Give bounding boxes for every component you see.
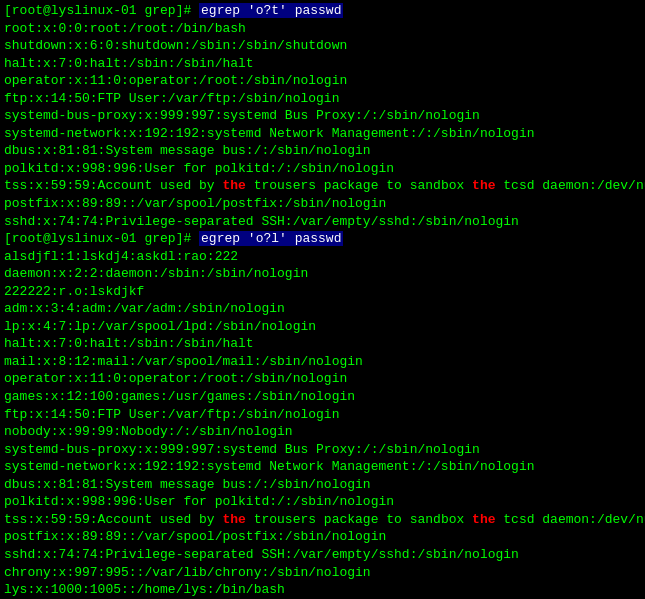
highlight-text: the (472, 512, 495, 527)
terminal-line: ftp:x:14:50:FTP User:/var/ftp:/sbin/nolo… (4, 406, 641, 424)
terminal-line: halt:x:7:0:halt:/sbin:/sbin/halt (4, 335, 641, 353)
terminal-line: systemd-network:x:192:192:systemd Networ… (4, 125, 641, 143)
terminal-line: mail:x:8:12:mail:/var/spool/mail:/sbin/n… (4, 353, 641, 371)
terminal-line: root:x:0:0:root:/root:/bin/bash (4, 20, 641, 38)
terminal-line: dbus:x:81:81:System message bus:/:/sbin/… (4, 142, 641, 160)
terminal-line: systemd-bus-proxy:x:999:997:systemd Bus … (4, 441, 641, 459)
highlight-text: the (472, 178, 495, 193)
terminal-line: halt:x:7:0:halt:/sbin:/sbin/halt (4, 55, 641, 73)
terminal-line: tss:x:59:59:Account used by the trousers… (4, 177, 641, 195)
line-text: tcsd daemon:/dev/null:/sbin/nologin (496, 178, 646, 193)
terminal-line: polkitd:x:998:996:User for polkitd:/:/sb… (4, 493, 641, 511)
terminal-line: adm:x:3:4:adm:/var/adm:/sbin/nologin (4, 300, 641, 318)
terminal-line: [root@lyslinux-01 grep]# egrep 'o?l' pas… (4, 230, 641, 248)
terminal-line: 222222:r.o:lskdjkf (4, 283, 641, 301)
terminal-line: shutdown:x:6:0:shutdown:/sbin:/sbin/shut… (4, 37, 641, 55)
terminal-line: polkitd:x:998:996:User for polkitd:/:/sb… (4, 160, 641, 178)
terminal-line: systemd-network:x:192:192:systemd Networ… (4, 458, 641, 476)
terminal-line: operator:x:11:0:operator:/root:/sbin/nol… (4, 370, 641, 388)
terminal-line: operator:x:11:0:operator:/root:/sbin/nol… (4, 72, 641, 90)
terminal-line: postfix:x:89:89::/var/spool/postfix:/sbi… (4, 195, 641, 213)
line-text: trousers package to sandbox (246, 512, 472, 527)
terminal-line: chrony:x:997:995::/var/lib/chrony:/sbin/… (4, 564, 641, 582)
highlight-text: the (222, 512, 245, 527)
terminal-line: daemon:x:2:2:daemon:/sbin:/sbin/nologin (4, 265, 641, 283)
command-input[interactable]: egrep 'o?l' passwd (199, 231, 343, 246)
prompt: [root@lyslinux-01 grep]# (4, 3, 199, 18)
terminal-line: games:x:12:100:games:/usr/games:/sbin/no… (4, 388, 641, 406)
terminal-line: lp:x:4:7:lp:/var/spool/lpd:/sbin/nologin (4, 318, 641, 336)
terminal-line: systemd-bus-proxy:x:999:997:systemd Bus … (4, 107, 641, 125)
line-text: tss:x:59:59:Account used by (4, 178, 222, 193)
line-text: trousers package to sandbox (246, 178, 472, 193)
terminal-line: sshd:x:74:74:Privilege-separated SSH:/va… (4, 213, 641, 231)
prompt: [root@lyslinux-01 grep]# (4, 231, 199, 246)
terminal-line: tss:x:59:59:Account used by the trousers… (4, 511, 641, 529)
terminal-line: [root@lyslinux-01 grep]# egrep 'o?t' pas… (4, 2, 641, 20)
terminal-line: lys:x:1000:1005::/home/lys:/bin/bash (4, 581, 641, 599)
line-text: tcsd daemon:/dev/null:/sbin/nologin (496, 512, 646, 527)
highlight-text: the (222, 178, 245, 193)
terminal-line: postfix:x:89:89::/var/spool/postfix:/sbi… (4, 528, 641, 546)
terminal-line: dbus:x:81:81:System message bus:/:/sbin/… (4, 476, 641, 494)
command-input[interactable]: egrep 'o?t' passwd (199, 3, 343, 18)
terminal: [root@lyslinux-01 grep]# egrep 'o?t' pas… (0, 0, 645, 599)
terminal-line: nobody:x:99:99:Nobody:/:/sbin/nologin (4, 423, 641, 441)
terminal-line: ftp:x:14:50:FTP User:/var/ftp:/sbin/nolo… (4, 90, 641, 108)
terminal-line: sshd:x:74:74:Privilege-separated SSH:/va… (4, 546, 641, 564)
terminal-line: alsdjfl:1:lskdj4:askdl:rao:222 (4, 248, 641, 266)
line-text: tss:x:59:59:Account used by (4, 512, 222, 527)
